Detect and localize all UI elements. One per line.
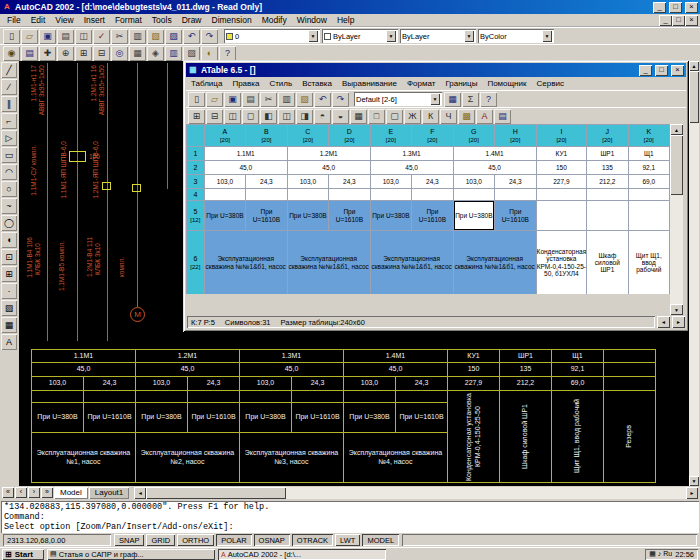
start-button[interactable]: ⊞ Start [2, 549, 44, 560]
maximize-button[interactable]: □ [669, 2, 682, 13]
at-cell[interactable]: При U=1610В [412, 201, 454, 231]
scroll-left-icon[interactable]: ◄ [134, 487, 146, 499]
at-cell[interactable]: При U=1610В [329, 201, 371, 231]
at-cell[interactable]: Щ1 [628, 147, 669, 161]
print-preview-icon[interactable]: ◫ [75, 29, 92, 44]
align-top-icon[interactable]: ◓ [314, 109, 331, 124]
chevron-down-icon[interactable]: ▼ [542, 30, 552, 42]
at-row-header-3[interactable]: 3 [187, 175, 205, 189]
merge-cells-icon[interactable]: ◫ [224, 109, 241, 124]
doc-minimize-button[interactable]: _ [659, 15, 672, 26]
menu-format[interactable]: Format [110, 15, 147, 25]
atable-minimize-button[interactable]: _ [639, 65, 652, 76]
menu-draw[interactable]: Draw [177, 15, 207, 25]
at-cell[interactable]: 69,0 [628, 175, 669, 189]
align-left-icon[interactable]: ◧ [260, 109, 277, 124]
match-properties-icon[interactable]: ▨ [165, 29, 182, 44]
linetype-combo[interactable]: ByLayer ▼ [400, 29, 476, 43]
at-cell[interactable]: 1.2М1 [287, 147, 370, 161]
titlebar[interactable]: A AutoCAD 2002 - [d:\moe\debugtests\v4_0… [0, 0, 700, 14]
at-paste-icon[interactable]: ▧ [296, 92, 313, 107]
at-cell[interactable]: КУ1 [536, 147, 587, 161]
ellipse-arc-icon[interactable]: ◖ [1, 232, 17, 248]
make-object-layer-current-icon[interactable]: ◉ [3, 46, 20, 61]
polyline-icon[interactable]: ⌐ [1, 113, 17, 129]
atable-maximize-button[interactable]: □ [655, 65, 668, 76]
chevron-down-icon[interactable]: ▼ [430, 93, 440, 105]
region-icon[interactable]: ▦ [1, 317, 17, 333]
at-undo-icon[interactable]: ↶ [314, 92, 331, 107]
scroll-up-icon[interactable]: ▲ [689, 61, 699, 71]
atable-menu-8[interactable]: Помощник [482, 79, 531, 88]
print-icon[interactable]: ▤ [57, 29, 74, 44]
zoom-previous-icon[interactable]: ⊟ [93, 46, 110, 61]
taskbar-task-2[interactable]: AAutoCAD 2002 - [d:\... [218, 549, 386, 560]
at-cell[interactable]: 92,1 [628, 161, 669, 175]
at-cell[interactable] [536, 201, 587, 231]
toggle-lwt[interactable]: LWT [335, 534, 360, 546]
at-cell[interactable]: 45,0 [453, 161, 536, 175]
menu-insert[interactable]: Insert [79, 15, 110, 25]
taskbar-task-1[interactable]: ▤Статья о САПР и граф... [47, 549, 215, 560]
scroll-right-icon[interactable]: ► [686, 487, 698, 499]
borders-outer-icon[interactable]: □ [368, 109, 385, 124]
at-cell[interactable]: 103,0 [453, 175, 494, 189]
menu-window[interactable]: Window [292, 15, 332, 25]
at-column-header-F[interactable]: F[20] [412, 125, 454, 147]
multiline-icon[interactable]: ∥ [1, 96, 17, 112]
underline-icon[interactable]: Ч [440, 109, 457, 124]
insert-block-icon[interactable]: ⊡ [1, 249, 17, 265]
polygon-icon[interactable]: ▷ [1, 130, 17, 146]
at-cell[interactable]: 24,3 [495, 175, 537, 189]
line-icon[interactable]: ╱ [1, 62, 17, 78]
at-cell[interactable]: Конденсаторная установка КРМ-0,4-150-25-… [536, 231, 587, 295]
scrollbar-thumb[interactable] [146, 487, 286, 499]
at-column-header-B[interactable]: B[20] [246, 125, 288, 147]
at-cell[interactable]: 150 [536, 161, 587, 175]
horizontal-scrollbar[interactable]: ◄ ► [134, 487, 698, 499]
menu-view[interactable]: View [50, 15, 78, 25]
at-column-header-G[interactable]: G[20] [453, 125, 494, 147]
cut-icon[interactable]: ✂ [111, 29, 128, 44]
redraw-icon[interactable]: ◎ [111, 46, 128, 61]
paste-icon[interactable]: ▧ [147, 29, 164, 44]
new-icon[interactable]: ▯ [3, 29, 20, 44]
toggle-otrack[interactable]: OTRACK [292, 534, 333, 546]
at-cell[interactable]: 24,3 [329, 175, 371, 189]
at-column-header-C[interactable]: C[20] [287, 125, 328, 147]
at-cell[interactable]: Эксплуатационная скважина №№1&б1, насос [204, 231, 287, 295]
make-block-icon[interactable]: ⊞ [1, 266, 17, 282]
construction-line-icon[interactable]: ∕ [1, 79, 17, 95]
toggle-model[interactable]: MODEL [362, 534, 399, 546]
borders-none-icon[interactable]: ▢ [386, 109, 403, 124]
split-cell-icon[interactable]: ◻ [242, 109, 259, 124]
scrollbar-thumb[interactable] [689, 71, 699, 123]
text-color-icon[interactable]: А [476, 109, 493, 124]
toggle-polar[interactable]: POLAR [216, 534, 251, 546]
chevron-down-icon[interactable]: ▼ [464, 30, 474, 42]
at-cell[interactable]: 103,0 [287, 175, 328, 189]
align-right-icon[interactable]: ◨ [296, 109, 313, 124]
at-column-header-I[interactable]: I[20] [536, 125, 587, 147]
atable-menu-3[interactable]: Стиль [264, 79, 297, 88]
hatch-icon[interactable]: ▨ [1, 300, 17, 316]
at-cell[interactable]: 227,9 [536, 175, 587, 189]
at-save-icon[interactable]: ▣ [224, 92, 241, 107]
at-current-cell[interactable]: При U=380В [453, 201, 494, 231]
command-line[interactable]: *134.020883,115.397080,0.000000". Press … [1, 499, 699, 533]
dbconnect-icon[interactable]: ▧ [183, 46, 200, 61]
at-cell[interactable]: Эксплуатационная скважина №№1&б1, насос [370, 231, 453, 295]
at-cell[interactable] [587, 189, 628, 201]
scroll-down-icon[interactable]: ▼ [670, 304, 683, 315]
menu-help[interactable]: Help [332, 15, 359, 25]
menu-edit[interactable]: Edit [26, 15, 51, 25]
menu-dimension[interactable]: Dimension [207, 15, 257, 25]
at-column-header-J[interactable]: J[20] [587, 125, 628, 147]
at-cell[interactable]: 1.3М1 [370, 147, 453, 161]
scroll-left-icon[interactable]: ◄ [657, 316, 670, 328]
menu-tools[interactable]: Tools [147, 15, 177, 25]
delete-row-icon[interactable]: ⊟ [206, 109, 223, 124]
atable-menu-7[interactable]: Границы [440, 79, 482, 88]
today-icon[interactable]: ◐ [201, 46, 218, 61]
at-cell[interactable] [587, 201, 628, 231]
